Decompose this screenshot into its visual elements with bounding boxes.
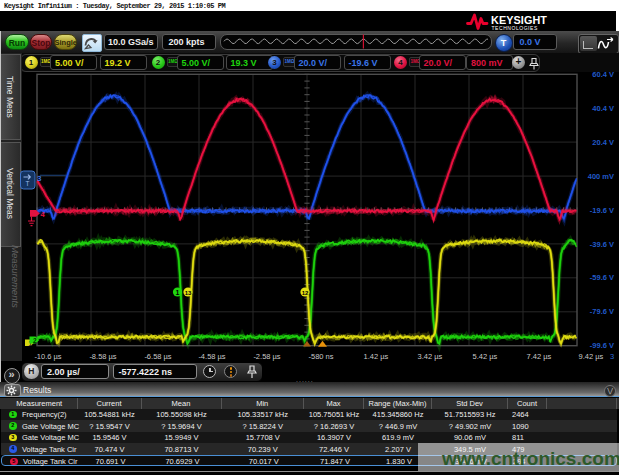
svg-text:-10.6 µs: -10.6 µs	[34, 352, 61, 361]
svg-text:9.42 µs: 9.42 µs	[579, 352, 604, 361]
svg-text:-580 ns: -580 ns	[308, 352, 333, 361]
svg-text:T: T	[26, 180, 30, 187]
svg-text:13: 13	[185, 290, 192, 296]
svg-text:20.4 V: 20.4 V	[592, 138, 614, 147]
svg-text:TECHNOLOGIES: TECHNOLOGIES	[492, 25, 538, 31]
svg-text:-19.6 V: -19.6 V	[590, 206, 614, 215]
svg-text:-2.58 µs: -2.58 µs	[253, 352, 280, 361]
svg-text:40.4 V: 40.4 V	[592, 104, 614, 113]
svg-text:3: 3	[37, 174, 42, 183]
svg-text:-8.58 µs: -8.58 µs	[89, 352, 116, 361]
svg-text:2: 2	[33, 337, 37, 344]
svg-text:5.42 µs: 5.42 µs	[473, 352, 498, 361]
svg-text:12: 12	[302, 290, 309, 296]
svg-text:1.42 µs: 1.42 µs	[364, 352, 389, 361]
svg-text:-99.6 V: -99.6 V	[590, 341, 614, 350]
svg-text:-79.6 V: -79.6 V	[590, 307, 614, 316]
svg-text:7.42 µs: 7.42 µs	[527, 352, 552, 361]
svg-text:3: 3	[610, 352, 614, 361]
svg-text:-4.58 µs: -4.58 µs	[198, 352, 225, 361]
svg-text:400 mV: 400 mV	[588, 172, 614, 181]
svg-text:1: 1	[176, 289, 180, 296]
svg-text:-39.6 V: -39.6 V	[590, 240, 614, 249]
svg-text:60.4 V: 60.4 V	[592, 72, 614, 79]
svg-text:-59.6 V: -59.6 V	[590, 273, 614, 282]
svg-text:3.42 µs: 3.42 µs	[418, 352, 443, 361]
svg-text:-6.58 µs: -6.58 µs	[144, 352, 171, 361]
